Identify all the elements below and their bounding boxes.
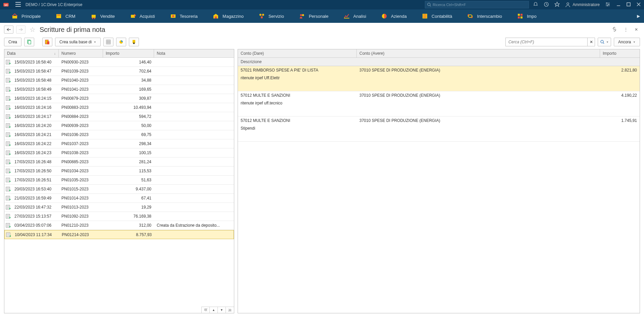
document-icon [6,60,12,64]
maximize-icon[interactable] [627,2,631,7]
paste-button[interactable] [42,38,52,46]
header-date[interactable]: Data↓ [4,49,59,57]
table-row[interactable]: 17/03/2023 16:26:50PN01034-2023115,53 [4,167,234,176]
menu-item-service[interactable]: Servizio [251,13,291,19]
table-row[interactable]: 16/03/2023 16:24:23PN01038-2023100,15 [4,148,234,158]
document-icon [6,187,12,191]
create-based-on-button[interactable]: Crea sulla base di▼ [55,38,101,46]
search-dropdown-button[interactable]: ▼ [598,38,611,46]
table-row[interactable]: 27/03/2023 15:13:57PN01092-202376.169,38 [4,212,234,221]
menu-item-analysis[interactable]: Analisi [336,13,374,19]
menu-label: Contabilità [432,14,452,19]
menu-item-settings[interactable]: Impo [509,13,544,19]
detail-row[interactable]: 57012 MULTE E SANZIONI37010 SPESE DI PRO… [238,117,640,142]
pager-last[interactable] [226,307,234,313]
link-icon[interactable] [610,27,619,33]
menu-item-sale[interactable]: Vendite [83,13,122,19]
cell-amount: 309,87 [103,95,154,102]
header-descrizione[interactable]: Descrizione [238,58,640,66]
export-button[interactable] [129,38,139,46]
table-row[interactable]: 15/03/2023 16:58:48PN01040-202334,88 [4,76,234,85]
more-button[interactable]: Ancora▼ [614,38,640,46]
table-row[interactable]: 16/03/2023 16:24:22PN01037-2023298,34 [4,139,234,148]
detail-row[interactable]: 57012 MULTE E SANZIONI37010 SPESE DI PRO… [238,91,640,117]
pager-next[interactable]: ▼ [218,307,226,313]
table-row[interactable]: 16/03/2023 16:24:17PN00884-2023594,72 [4,112,234,121]
global-search-input[interactable]: Ricerca Ctrl+Shift+F [425,1,529,8]
favorite-star-icon[interactable]: ☆ [30,26,36,34]
toolbar: Crea Crea sulla base di▼ ✕ ▼ Ancora▼ [0,36,644,49]
cell-note [154,79,234,82]
nav-forward-button[interactable] [16,26,26,34]
menu-item-exchange[interactable]: Interscambio [459,13,509,19]
header-number[interactable]: Numero [59,49,103,57]
cell-amount: 594,72 [103,113,154,120]
cell-amount: 67,41 [103,194,154,202]
detail-row[interactable]: 57021 RIMBORSO SPESE A PIE' DI LISTA3701… [238,66,640,91]
table-row[interactable]: 16/03/2023 16:24:15PN00879-2023309,87 [4,94,234,103]
svg-point-7 [608,4,609,5]
nav-back-button[interactable] [4,26,13,34]
table-row[interactable]: 03/04/2023 05:07:06PN01210-2023312,00Cre… [4,221,234,230]
menu-item-hr[interactable]: Personale [291,13,336,19]
close-icon[interactable] [637,2,641,7]
menu-item-company[interactable]: Azienda [374,13,414,19]
search-icon [427,3,431,7]
pager-first[interactable] [202,307,210,313]
more-menu-icon[interactable]: ⋮ [622,27,630,32]
cell-importo: 2.821,80 [600,66,640,74]
cell-note [154,133,234,136]
cell-dare: 57012 MULTE E SANZIONI [238,92,357,99]
cell-note [154,188,234,190]
table-row[interactable]: 15/03/2023 16:58:40PN00930-2023146,40 [4,58,234,67]
table-row[interactable]: 21/03/2023 16:59:49PN01014-202367,41 [4,194,234,203]
create-button[interactable]: Crea [4,38,21,46]
copy-button[interactable] [24,38,34,46]
star-icon[interactable] [554,2,560,8]
menu-toggle-icon[interactable] [15,2,21,8]
table-row[interactable]: 10/04/2023 11:17:34PN01214-20238.757,93 [4,230,234,239]
settings-icon [517,13,524,19]
menu-item-warehouse[interactable]: Magazzino [205,13,251,19]
table-row[interactable]: 17/03/2023 16:26:48PN00885-2023281,24 [4,158,234,167]
table-row[interactable]: 16/03/2023 16:24:21PN01036-202369,75 [4,130,234,139]
minimize-icon[interactable] [616,2,621,7]
cell-number: PN01035-2023 [59,176,103,184]
table-row[interactable]: 16/03/2023 16:24:20PN00939-202350,00 [4,121,234,130]
menu-item-buy[interactable]: Acquisti [122,13,162,19]
table-row[interactable]: 20/03/2023 16:53:40PN01015-20239.437,00 [4,185,234,194]
detail-grid-body: 57021 RIMBORSO SPESE A PIE' DI LISTA3701… [238,66,640,313]
user-menu[interactable]: Amministratore [565,2,600,7]
table-row[interactable]: 15/03/2023 16:58:47PN01039-2023702,64 [4,67,234,76]
header-dare[interactable]: Conto (Dare) [238,49,357,57]
cell-note [154,115,234,118]
header-avere[interactable]: Conto (Avere) [357,49,600,57]
menu-scroll-right-icon[interactable]: ▶ [637,14,640,18]
settings-icon[interactable] [605,2,610,8]
table-row[interactable]: 16/03/2023 16:24:16PN00883-202310.493,94 [4,103,234,112]
table-row[interactable]: 17/03/2023 16:26:51PN01035-202351,63 [4,176,234,185]
close-page-icon[interactable]: ✕ [633,27,640,32]
toolbar-search-input[interactable] [505,38,588,46]
header-amount[interactable]: Importo [103,49,154,57]
menu-item-accounting[interactable]: Contabilità [414,13,459,19]
header-note[interactable]: Nota [154,49,234,57]
cell-date: 16/03/2023 16:24:16 [12,104,59,111]
pager-prev[interactable]: ▲ [210,307,218,313]
cell-number: PN01041-2023 [59,86,103,93]
menu-item-crm[interactable]: CRM [48,13,83,19]
table-row[interactable]: 15/03/2023 16:58:49PN01041-2023169,65 [4,85,234,94]
clear-search-button[interactable]: ✕ [588,38,595,46]
menu-item-home[interactable]: Principale [4,13,48,19]
history-icon[interactable] [544,2,549,8]
header-importo[interactable]: Importo [600,49,640,57]
bell-icon[interactable] [533,2,538,8]
table-row[interactable]: 22/03/2023 16:47:32PN01013-202319,29 [4,203,234,212]
grid-button[interactable] [103,38,113,46]
cell-number: PN01036-2023 [59,131,103,138]
user-label: Amministratore [573,2,600,7]
cell-amount: 8.757,93 [103,231,154,238]
document-icon [6,160,12,164]
chart-button[interactable] [116,38,126,46]
menu-item-treasury[interactable]: Tesoreria [162,13,205,19]
